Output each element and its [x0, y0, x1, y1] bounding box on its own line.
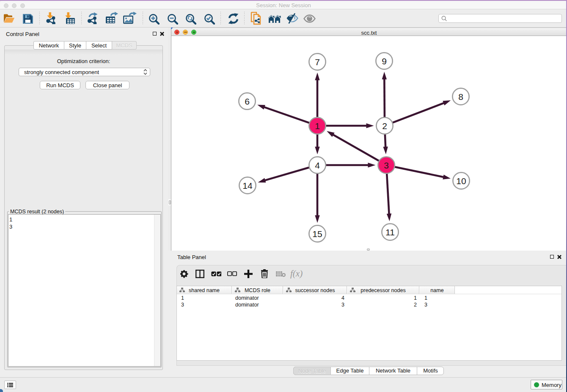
svg-text:7: 7 — [315, 57, 320, 67]
svg-text:4: 4 — [315, 160, 320, 170]
svg-text:11: 11 — [385, 227, 395, 237]
svg-text:6: 6 — [245, 97, 250, 106]
svg-text:15: 15 — [312, 229, 322, 239]
svg-text:3: 3 — [384, 160, 389, 170]
svg-text:14: 14 — [242, 181, 253, 190]
svg-text:2: 2 — [382, 121, 387, 131]
svg-text:1: 1 — [315, 121, 320, 131]
svg-text:8: 8 — [458, 92, 463, 102]
svg-text:9: 9 — [382, 56, 387, 66]
svg-text:10: 10 — [456, 176, 466, 186]
